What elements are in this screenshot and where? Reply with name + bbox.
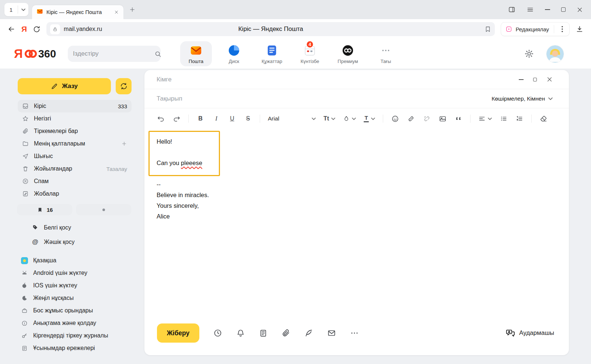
recommendation-rules-link[interactable]: Ұсынымдар ережелері xyxy=(21,342,108,354)
bookmarked-pill[interactable]: 16 xyxy=(17,204,72,215)
link-icon[interactable] xyxy=(407,113,415,124)
url-bar[interactable]: mail.yandex.ru Кіріс — Яндекс Пошта xyxy=(46,22,495,36)
window-minimize-button[interactable] xyxy=(545,9,550,10)
menu-icon[interactable] xyxy=(527,6,534,13)
search-bar[interactable] xyxy=(68,46,161,62)
nav-item-docs[interactable]: Құжаттар xyxy=(256,41,288,66)
reload-icon[interactable] xyxy=(33,25,41,33)
ios-download-link[interactable]: IOS үшін жүктеу xyxy=(21,279,108,292)
settings-gear-icon[interactable] xyxy=(524,49,534,59)
sidebar-item-with-attachments[interactable]: Тіркемелері бар xyxy=(18,125,132,137)
template-icon[interactable] xyxy=(259,329,267,337)
schedule-send-icon[interactable] xyxy=(213,329,222,337)
more-options-icon[interactable] xyxy=(557,26,567,32)
compose-button[interactable]: Жазу xyxy=(18,78,111,94)
sidebar-item-sent[interactable]: Шығыс xyxy=(18,150,132,162)
avatar[interactable] xyxy=(546,45,564,63)
edit-mode-button[interactable]: Редакциялау xyxy=(501,22,570,36)
tag-pills: 16 xyxy=(17,204,131,215)
language-link[interactable]: Қазақша xyxy=(21,254,108,267)
nav-item-more[interactable]: Тағы xyxy=(370,41,402,66)
sidebar-item-spam[interactable]: Спам xyxy=(18,175,132,188)
search-input[interactable] xyxy=(73,50,154,57)
nav-item-disk[interactable]: Диск xyxy=(218,41,250,66)
unlink-icon[interactable] xyxy=(423,113,431,124)
feather-pen-icon[interactable] xyxy=(304,329,313,337)
undo-icon[interactable] xyxy=(157,113,165,124)
side-panel-icon[interactable] xyxy=(508,6,515,13)
text-color-select[interactable]: T xyxy=(364,115,375,122)
to-field[interactable] xyxy=(157,76,519,83)
labels-pill[interactable] xyxy=(76,204,131,215)
compose-close-button[interactable] xyxy=(546,76,553,83)
add-mailbox-button[interactable]: @ Жәшік қосу xyxy=(32,235,74,249)
tab-group-chip[interactable]: 1 xyxy=(4,3,28,16)
reminder-bell-icon[interactable] xyxy=(236,329,245,337)
browser-tab[interactable]: Кіріс — Яндекс Пошта xyxy=(32,5,123,19)
emoji-icon[interactable] xyxy=(391,113,399,124)
message-body[interactable]: Hello! Can you pleeese -- Believe in mir… xyxy=(144,129,569,229)
paper-plane-icon xyxy=(22,153,29,160)
new-tab-button[interactable] xyxy=(127,4,137,15)
italic-button[interactable]: I xyxy=(212,113,220,124)
apple-icon xyxy=(21,282,28,289)
nav-item-premium[interactable]: Премиум xyxy=(332,41,364,66)
page-title: Кіріс — Яндекс Пошта xyxy=(238,25,303,33)
bold-button[interactable]: B xyxy=(196,113,204,124)
back-icon[interactable] xyxy=(7,25,15,33)
mail-icon xyxy=(190,44,202,57)
add-folder-icon[interactable] xyxy=(121,141,127,147)
light-version-link[interactable]: Жеңіл нұсқасы xyxy=(21,292,108,304)
body-blank-line xyxy=(157,147,557,158)
clear-trash-link[interactable]: Тазалау xyxy=(106,166,127,172)
yandex360-logo[interactable]: Я 360 xyxy=(14,47,56,61)
tab-close-icon[interactable] xyxy=(114,10,119,15)
insert-image-icon[interactable] xyxy=(438,113,447,124)
subject-field[interactable] xyxy=(157,95,492,102)
align-select[interactable] xyxy=(478,115,492,122)
sidebar-item-drafts[interactable]: Жобалар xyxy=(18,188,132,200)
envelope-icon[interactable] xyxy=(327,329,336,337)
redo-icon[interactable] xyxy=(172,113,181,124)
window-close-button[interactable] xyxy=(577,7,583,13)
downloads-icon[interactable] xyxy=(576,25,584,33)
highlight-color-select[interactable] xyxy=(343,115,356,122)
underline-button[interactable]: U xyxy=(228,113,236,124)
nav-item-calendar[interactable]: 4 Күнтізбе xyxy=(294,41,326,66)
login-journal-link[interactable]: Кіргендерді тіркеу журналы xyxy=(21,329,108,342)
sidebar-item-primary[interactable]: Негізгі xyxy=(18,112,132,125)
sidebar-item-my-folders[interactable]: Менің қалталарым xyxy=(18,137,132,150)
refresh-button[interactable] xyxy=(116,78,132,94)
font-family-select[interactable]: Arial xyxy=(268,115,316,122)
nav-item-mail[interactable]: Пошта xyxy=(180,41,212,66)
sidebar-item-trash[interactable]: Жойылғандар Тазалау xyxy=(18,162,132,175)
sidebar-item-inbox[interactable]: Кіріс 333 xyxy=(18,100,132,112)
bookmark-icon[interactable] xyxy=(485,26,491,32)
cc-from-toggle[interactable]: Көшірмелер, Кімнен xyxy=(492,95,553,102)
compose-restore-button[interactable] xyxy=(533,78,537,81)
translator-button[interactable]: Аудармашы xyxy=(506,328,554,338)
strikethrough-button[interactable]: S xyxy=(244,113,252,124)
add-label-button[interactable]: Белгі қосу xyxy=(32,220,74,235)
bullet-list-icon[interactable] xyxy=(500,113,508,124)
window-maximize-button[interactable] xyxy=(561,7,566,12)
vacancies-link[interactable]: Бос жұмыс орындары xyxy=(21,304,108,317)
compose-minimize-button[interactable] xyxy=(519,79,524,80)
nav-label: Құжаттар xyxy=(262,59,282,64)
send-button[interactable]: Жіберу xyxy=(157,323,199,343)
font-size-select[interactable]: Tt xyxy=(324,115,335,122)
attach-file-icon[interactable] xyxy=(281,329,290,337)
quote-icon[interactable] xyxy=(454,113,462,124)
numbered-list-icon[interactable] xyxy=(515,113,524,124)
url-text: mail.yandex.ru xyxy=(64,26,102,32)
mail-sidebar: Жазу Кіріс 333 Негізгі Тіркем xyxy=(0,69,144,364)
edit-icon xyxy=(506,26,512,32)
android-download-link[interactable]: Android үшін жүктеу xyxy=(21,267,108,279)
eraser-icon[interactable] xyxy=(539,113,548,124)
lock-icon[interactable] xyxy=(50,24,60,34)
yandex-button[interactable]: Я xyxy=(21,25,27,34)
search-icon[interactable] xyxy=(154,50,161,57)
help-support-link[interactable]: Анықтама және қолдау xyxy=(21,317,108,329)
more-actions-icon[interactable] xyxy=(350,329,359,337)
folder-label: Спам xyxy=(34,178,49,185)
